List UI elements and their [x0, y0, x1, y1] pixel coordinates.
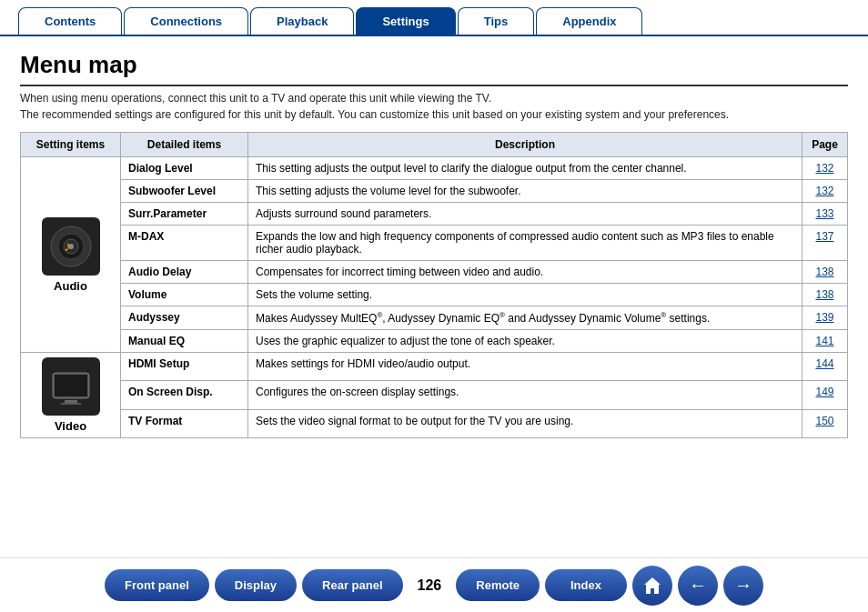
detail-manual-eq: Manual EQ — [121, 330, 248, 353]
home-button[interactable] — [632, 566, 672, 606]
desc-manual-eq: Uses the graphic equalizer to adjust the… — [248, 330, 802, 353]
desc-tv-format: Sets the video signal format to be outpu… — [248, 409, 802, 437]
col-header-detail: Detailed items — [121, 133, 248, 157]
svg-rect-6 — [55, 375, 87, 396]
svg-text:♪: ♪ — [64, 238, 71, 254]
back-button[interactable]: ← — [678, 566, 718, 606]
table-row: Audyssey Makes Audyssey MultEQ®, Audysse… — [21, 306, 848, 330]
forward-arrow-icon: → — [734, 575, 752, 596]
front-panel-button[interactable]: Front panel — [105, 569, 209, 601]
col-header-page: Page — [802, 133, 848, 157]
detail-dialog-level: Dialog Level — [121, 157, 248, 180]
detail-volume: Volume — [121, 284, 248, 306]
tab-connections[interactable]: Connections — [124, 7, 248, 35]
page-tv-format[interactable]: 150 — [802, 409, 848, 437]
table-row: Audio Delay Compensates for incorrect ti… — [21, 261, 848, 284]
table-row: M-DAX Expands the low and high frequency… — [21, 226, 848, 261]
desc-dialog-level: This setting adjusts the output level to… — [248, 157, 802, 180]
table-row: TV Format Sets the video signal format t… — [21, 409, 848, 437]
table-row: Manual EQ Uses the graphic equalizer to … — [21, 330, 848, 353]
desc-subwoofer: This setting adjusts the volume level fo… — [248, 180, 802, 203]
main-content: Menu map When using menu operations, con… — [0, 36, 868, 447]
back-arrow-icon: ← — [689, 575, 707, 596]
remote-button[interactable]: Remote — [456, 569, 540, 601]
page-mdax[interactable]: 137 — [802, 226, 848, 261]
intro-text-1: When using menu operations, connect this… — [20, 90, 848, 123]
audio-svg: ♪ — [48, 224, 94, 269]
page-volume[interactable]: 138 — [802, 284, 848, 306]
audio-setting-cell: ♪ Audio — [21, 157, 121, 353]
detail-mdax: M-DAX — [121, 226, 248, 261]
page-dialog-level[interactable]: 132 — [802, 157, 848, 180]
video-icon — [42, 357, 100, 416]
page-manual-eq[interactable]: 141 — [802, 330, 848, 353]
desc-volume: Sets the volume setting. — [248, 284, 802, 306]
svg-marker-9 — [644, 577, 661, 594]
detail-osd: On Screen Disp. — [121, 381, 248, 409]
detail-hdmi: HDMI Setup — [121, 353, 248, 381]
tab-playback[interactable]: Playback — [250, 7, 354, 35]
desc-osd: Configures the on-screen display setting… — [248, 381, 802, 409]
detail-tv-format: TV Format — [121, 409, 248, 437]
page-audyssey[interactable]: 139 — [802, 306, 848, 330]
page-hdmi[interactable]: 144 — [802, 353, 848, 381]
table-row: Video HDMI Setup Makes settings for HDMI… — [21, 353, 848, 381]
page-osd[interactable]: 149 — [802, 381, 848, 409]
video-svg — [48, 364, 94, 409]
svg-rect-8 — [61, 403, 81, 405]
table-row: Volume Sets the volume setting. 138 — [21, 284, 848, 306]
audio-icon: ♪ — [42, 217, 100, 276]
page-number: 126 — [409, 577, 451, 594]
desc-audio-delay: Compensates for incorrect timing between… — [248, 261, 802, 284]
audio-label: Audio — [28, 279, 113, 293]
col-header-setting: Setting items — [21, 133, 121, 157]
video-setting-cell: Video — [21, 353, 121, 438]
desc-hdmi: Makes settings for HDMI video/audio outp… — [248, 353, 802, 381]
svg-rect-7 — [65, 400, 77, 403]
tab-settings[interactable]: Settings — [356, 7, 455, 35]
page-title: Menu map — [20, 51, 848, 86]
index-button[interactable]: Index — [545, 569, 627, 601]
table-row: Surr.Parameter Adjusts surround sound pa… — [21, 203, 848, 226]
home-icon — [642, 576, 662, 596]
table-row: ♪ Audio Dialog Level This setting adjust… — [21, 157, 848, 180]
page-audio-delay[interactable]: 138 — [802, 261, 848, 284]
tab-navigation: Contents Connections Playback Settings T… — [0, 0, 868, 36]
table-row: On Screen Disp. Configures the on-screen… — [21, 381, 848, 409]
col-header-description: Description — [248, 133, 802, 157]
tab-tips[interactable]: Tips — [458, 7, 535, 35]
detail-subwoofer: Subwoofer Level — [121, 180, 248, 203]
desc-audyssey: Makes Audyssey MultEQ®, Audyssey Dynamic… — [248, 306, 802, 330]
display-button[interactable]: Display — [215, 569, 297, 601]
tab-contents[interactable]: Contents — [18, 7, 122, 35]
video-label: Video — [28, 419, 113, 433]
desc-surr: Adjusts surround sound parameters. — [248, 203, 802, 226]
page-surr[interactable]: 133 — [802, 203, 848, 226]
tab-appendix[interactable]: Appendix — [536, 7, 642, 35]
detail-audio-delay: Audio Delay — [121, 261, 248, 284]
rear-panel-button[interactable]: Rear panel — [302, 569, 402, 601]
page-subwoofer[interactable]: 132 — [802, 180, 848, 203]
forward-button[interactable]: → — [723, 566, 763, 606]
detail-audyssey: Audyssey — [121, 306, 248, 330]
table-row: Subwoofer Level This setting adjusts the… — [21, 180, 848, 203]
footer-navigation: Front panel Display Rear panel 126 Remot… — [0, 557, 868, 612]
desc-mdax: Expands the low and high frequency compo… — [248, 226, 802, 261]
detail-surr: Surr.Parameter — [121, 203, 248, 226]
menu-table: Setting items Detailed items Description… — [20, 132, 848, 438]
